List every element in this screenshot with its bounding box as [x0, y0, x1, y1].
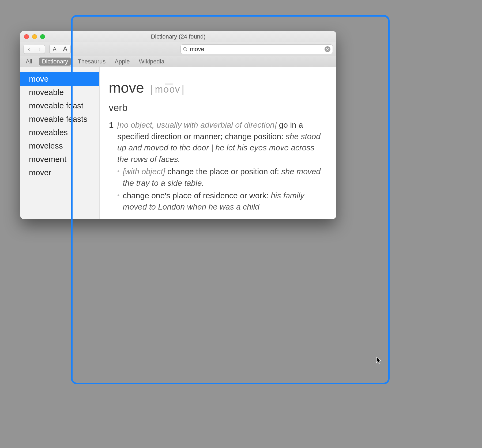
toolbar: ‹ › A A: [20, 42, 336, 56]
subsense-body: change one's place of residence or work:…: [123, 190, 327, 213]
source-tab-apple[interactable]: Apple: [112, 58, 132, 66]
svg-line-1: [186, 50, 187, 51]
bullet-icon: •: [117, 192, 119, 213]
sense-list: 1 [no object, usually with adverbial of …: [109, 119, 327, 213]
sense-body: [no object, usually with adverbial of di…: [117, 119, 327, 213]
list-item[interactable]: moveables: [20, 126, 99, 139]
headword-row: move | mo͞ov |: [109, 79, 327, 96]
titlebar[interactable]: Dictionary (24 found): [20, 31, 336, 42]
pron-open: |: [150, 84, 153, 95]
pron-close: |: [182, 84, 184, 95]
list-item[interactable]: mover: [20, 166, 99, 179]
svg-point-0: [183, 47, 186, 50]
nav-back-button[interactable]: ‹: [24, 45, 34, 54]
definition-pane[interactable]: move | mo͞ov | verb 1 [no object, usuall…: [100, 67, 336, 219]
nav-forward-button[interactable]: ›: [34, 45, 45, 54]
source-tabs: All Dictionary Thesaurus Apple Wikipedia: [20, 56, 336, 67]
traffic-lights: [24, 31, 45, 42]
window-title: Dictionary (24 found): [151, 33, 205, 40]
pronunciation: | mo͞ov |: [150, 84, 184, 95]
pron-text: mo͞ov: [155, 84, 180, 95]
list-item[interactable]: movement: [20, 153, 99, 166]
zoom-button[interactable]: [40, 34, 45, 39]
search-icon: [183, 47, 188, 52]
nav-buttons: ‹ ›: [24, 45, 45, 54]
app-body: move moveable moveable feast moveable fe…: [20, 67, 336, 219]
definition-text: change the place or position of:: [167, 167, 279, 176]
source-tab-wikipedia[interactable]: Wikipedia: [137, 58, 167, 66]
font-larger-button[interactable]: A: [60, 45, 71, 54]
font-smaller-button[interactable]: A: [49, 45, 60, 54]
bullet-icon: •: [117, 168, 119, 189]
search-input[interactable]: [190, 46, 325, 53]
chevron-left-icon: ‹: [28, 46, 30, 52]
list-item[interactable]: moveless: [20, 139, 99, 153]
headword: move: [109, 79, 144, 96]
minimize-button[interactable]: [32, 34, 37, 39]
sense: 1 [no object, usually with adverbial of …: [109, 119, 327, 213]
results-sidebar[interactable]: move moveable moveable feast moveable fe…: [20, 67, 100, 219]
dictionary-window: Dictionary (24 found) ‹ › A A All Dicti: [20, 31, 336, 219]
source-tab-thesaurus[interactable]: Thesaurus: [76, 58, 108, 66]
clear-search-button[interactable]: [325, 46, 330, 52]
grammar-note: [with object]: [123, 167, 165, 176]
source-tab-dictionary[interactable]: Dictionary: [39, 58, 71, 66]
example-separator: |: [209, 143, 215, 152]
part-of-speech: verb: [109, 102, 327, 113]
definition-text: change one's place of residence or work:: [123, 191, 268, 200]
grammar-note: [no object, usually with adverbial of di…: [117, 120, 277, 129]
subsense: • change one's place of residence or wor…: [117, 190, 327, 213]
chevron-right-icon: ›: [39, 46, 40, 52]
subsense: • [with object] change the place or posi…: [117, 166, 327, 189]
list-item[interactable]: moveable feasts: [20, 112, 99, 126]
font-size-buttons: A A: [49, 45, 71, 54]
list-item[interactable]: move: [20, 72, 99, 86]
subsense-body: [with object] change the place or positi…: [123, 166, 327, 189]
list-item[interactable]: moveable feast: [20, 99, 99, 112]
close-button[interactable]: [24, 34, 29, 39]
source-tab-all[interactable]: All: [24, 58, 34, 66]
sense-number: 1: [109, 119, 114, 213]
cursor-icon: [376, 357, 382, 365]
search-box[interactable]: [180, 44, 333, 54]
list-item[interactable]: moveable: [20, 86, 99, 99]
